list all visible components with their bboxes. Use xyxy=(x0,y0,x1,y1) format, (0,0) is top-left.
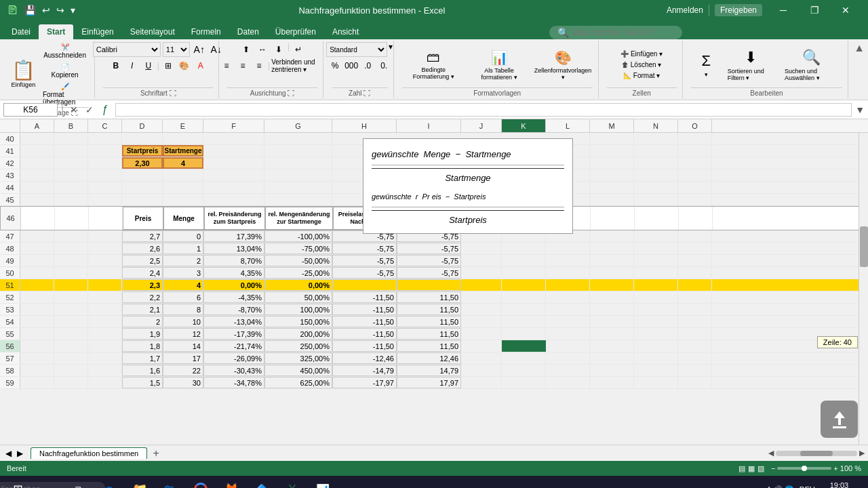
sheet-tab-nachfragefunktion[interactable]: Nachfragefunktion bestimmen xyxy=(31,447,147,459)
normal-view-btn[interactable]: ▤ xyxy=(738,464,745,473)
align-bottom-btn[interactable]: ⬇ xyxy=(271,42,286,57)
zoom-slider[interactable] xyxy=(777,467,831,470)
edge-btn[interactable]: e xyxy=(95,476,123,488)
tab-ansicht[interactable]: Ansicht xyxy=(324,24,367,39)
align-middle-btn[interactable]: ↔ xyxy=(255,42,270,57)
tab-start[interactable]: Start xyxy=(39,24,73,39)
cell-a42[interactable] xyxy=(20,157,54,169)
cell-n40[interactable] xyxy=(634,133,678,144)
cell-f40[interactable] xyxy=(203,133,264,144)
align-right-btn[interactable]: ≡ xyxy=(252,58,267,73)
name-box[interactable] xyxy=(3,103,58,117)
col-header-i[interactable]: I xyxy=(397,119,461,132)
ribbon-search-input[interactable] xyxy=(572,28,674,37)
col-header-m[interactable]: M xyxy=(590,119,634,132)
app7-btn[interactable]: 🔷 xyxy=(248,476,276,488)
restore-btn[interactable]: ❐ xyxy=(799,0,830,20)
col-header-o[interactable]: O xyxy=(678,119,712,132)
share-btn[interactable]: Freigeben xyxy=(715,4,762,16)
confirm-formula-btn[interactable]: ✓ xyxy=(83,103,96,117)
underline-btn[interactable]: U xyxy=(141,58,156,73)
excel-taskbar-btn[interactable]: X xyxy=(278,476,307,488)
cell-styles-btn[interactable]: 🎨 Zellenformatvorlagen ▾ xyxy=(533,47,592,83)
vertical-scrollbar[interactable] xyxy=(859,133,868,445)
cell-b40[interactable] xyxy=(54,133,88,144)
sheet-nav-left[interactable]: ◀ xyxy=(3,449,14,458)
fill-btn[interactable]: ⬇ Sortieren und Filtern ▾ xyxy=(724,47,778,83)
cell-c42[interactable] xyxy=(88,157,122,169)
cell-d40[interactable] xyxy=(122,133,163,144)
tab-einfuegen[interactable]: Einfügen xyxy=(73,24,121,39)
fill-color-btn[interactable]: 🎨 xyxy=(177,58,192,73)
sheet-nav-right[interactable]: ▶ xyxy=(15,449,25,458)
col-header-a[interactable]: A xyxy=(20,119,54,132)
cell-a40[interactable] xyxy=(20,133,54,144)
cancel-formula-btn[interactable]: ✕ xyxy=(67,103,81,117)
scroll-left-btn[interactable]: ◀ xyxy=(768,449,774,458)
cell-g41[interactable] xyxy=(264,145,332,157)
undo-quick-btn[interactable]: ↩ xyxy=(40,3,52,17)
cell-a41[interactable] xyxy=(20,145,54,157)
close-btn[interactable]: ✕ xyxy=(830,0,861,20)
cell-g42[interactable] xyxy=(264,157,332,169)
font-color-btn[interactable]: A xyxy=(193,58,208,73)
explorer-btn[interactable]: 📁 xyxy=(125,476,154,488)
align-top-btn[interactable]: ⬆ xyxy=(239,42,254,57)
cell-f47[interactable]: 17,39% xyxy=(203,230,264,242)
scrollbar-thumb[interactable] xyxy=(860,226,868,267)
col-header-g[interactable]: G xyxy=(264,119,332,132)
font-selector[interactable]: Calibri xyxy=(93,42,161,57)
format-cells-btn[interactable]: 📐 Format ▾ xyxy=(618,70,665,81)
app9-btn[interactable]: 📊 xyxy=(309,476,337,488)
cell-d47[interactable]: 2,7 xyxy=(122,230,163,242)
cell-d41[interactable]: Startpreis xyxy=(122,145,163,157)
align-center-btn[interactable]: ≡ xyxy=(235,58,250,73)
cell-g46-header[interactable]: rel. Mengenänderung zur Startmenge xyxy=(265,207,333,230)
border-btn[interactable]: ⊞ xyxy=(161,58,176,73)
add-sheet-btn[interactable]: + xyxy=(149,447,163,460)
ribbon-collapse-btn[interactable]: ▲ xyxy=(854,42,865,54)
tab-seitenlayout[interactable]: Seitenlayout xyxy=(122,24,183,39)
zoom-in-btn[interactable]: + xyxy=(833,464,837,472)
tab-formeln[interactable]: Formeln xyxy=(183,24,229,39)
cell-n42[interactable] xyxy=(634,157,678,169)
cell-k56-selected[interactable] xyxy=(502,340,546,352)
col-header-e[interactable]: E xyxy=(163,119,203,132)
insert-function-btn[interactable]: ƒ xyxy=(98,103,112,117)
paste-btn[interactable]: 📋 Einfügen xyxy=(8,59,39,90)
page-break-btn[interactable]: ▧ xyxy=(757,464,764,473)
format-as-table-btn[interactable]: 📊 Als Tabelle formatieren ▾ xyxy=(468,47,531,83)
col-header-h[interactable]: H xyxy=(332,119,397,132)
cell-m41[interactable] xyxy=(590,145,634,157)
col-header-c[interactable]: C xyxy=(88,119,122,132)
cell-f41[interactable] xyxy=(203,145,264,157)
thousands-btn[interactable]: 000 xyxy=(344,58,359,73)
cell-n41[interactable] xyxy=(634,145,678,157)
horizontal-scrollbar[interactable] xyxy=(776,451,857,456)
cell-e42[interactable]: 4 xyxy=(163,157,203,169)
cell-e47[interactable]: 0 xyxy=(163,230,203,242)
col-header-d[interactable]: D xyxy=(122,119,163,132)
cell-f42[interactable] xyxy=(203,157,264,169)
save-quick-btn[interactable]: 💾 xyxy=(22,3,38,17)
formula-input[interactable] xyxy=(115,103,852,117)
redo-quick-btn[interactable]: ↪ xyxy=(54,3,66,17)
text-wrap-btn[interactable]: ↵ xyxy=(291,42,306,57)
minimize-btn[interactable]: ─ xyxy=(768,0,799,20)
store-btn[interactable]: 🛍 xyxy=(156,476,184,488)
cell-o42[interactable] xyxy=(678,157,712,169)
scroll-right-btn[interactable]: ▶ xyxy=(859,449,865,458)
cell-c41[interactable] xyxy=(88,145,122,157)
col-header-k[interactable]: K xyxy=(502,119,546,132)
cell-d46-header[interactable]: Preis xyxy=(123,207,163,230)
col-header-f[interactable]: F xyxy=(203,119,264,132)
col-header-l[interactable]: L xyxy=(546,119,590,132)
italic-btn[interactable]: I xyxy=(125,58,140,73)
cell-g47[interactable]: -100,00% xyxy=(264,230,332,242)
increase-font-btn[interactable]: A↑ xyxy=(192,42,207,57)
page-layout-btn[interactable]: ▦ xyxy=(748,464,755,473)
cell-e46-header[interactable]: Menge xyxy=(163,207,204,230)
search-taskbar-btn[interactable] xyxy=(34,476,62,488)
tab-daten[interactable]: Daten xyxy=(229,24,267,39)
chrome-btn[interactable] xyxy=(186,476,215,488)
